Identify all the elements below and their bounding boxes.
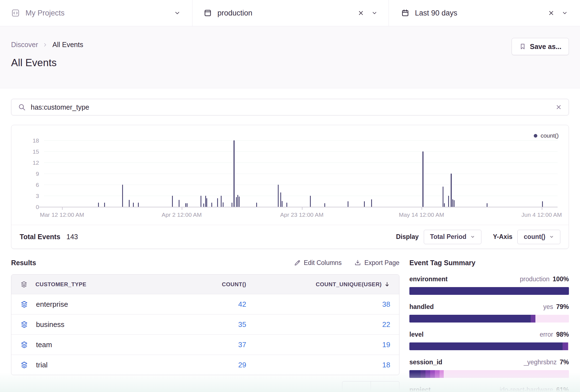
layers-icon [20, 341, 28, 349]
chart-bar [185, 203, 186, 207]
results-and-summary: Results Edit Columns Export Page [11, 258, 569, 392]
chart-bar [282, 201, 283, 207]
x-axis-tick-label: Jun 4 12:00 AM [522, 212, 562, 218]
customer-type-cell: enterprise [20, 300, 163, 309]
count-unique-user-link[interactable]: 22 [382, 320, 390, 329]
tag-bar-segment [440, 370, 443, 378]
tag-name: handled [409, 303, 434, 311]
count-link[interactable]: 35 [238, 320, 246, 329]
date-range-filter[interactable]: Last 90 days [389, 0, 580, 26]
chart-bar [324, 203, 325, 207]
breadcrumb-discover[interactable]: Discover [11, 41, 38, 49]
tag-distribution-bar[interactable] [409, 370, 569, 378]
tag-summary-item: levelerror98% [409, 331, 569, 350]
calendar-icon [401, 9, 409, 17]
table-row: team3719 [11, 334, 399, 355]
clear-search-icon[interactable] [555, 104, 562, 110]
customer-type-value: enterprise [36, 300, 68, 309]
sort-desc-arrow-icon [384, 281, 390, 288]
environment-filter[interactable]: production [193, 0, 389, 26]
tag-top-value: yes [543, 303, 553, 311]
edit-columns-button[interactable]: Edit Columns [294, 259, 342, 267]
tag-summary-labels: environmentproduction100% [409, 275, 569, 283]
display-dropdown[interactable]: Total Period [424, 230, 481, 244]
chart-bar [310, 196, 311, 207]
tag-top-value-group: error98% [540, 331, 569, 338]
tag-summary-item: handledyes79% [409, 303, 569, 323]
export-page-button[interactable]: Export Page [354, 259, 399, 267]
chart-bar [133, 203, 134, 207]
tag-summary-item: environmentproduction100% [409, 275, 569, 295]
y-axis-tick-label: 15 [33, 148, 39, 155]
tag-name: level [409, 331, 424, 338]
window-icon [204, 9, 212, 17]
chart-bar [122, 185, 123, 207]
tag-bar-segment [420, 370, 425, 378]
count-unique-user-link[interactable]: 18 [382, 361, 390, 369]
tag-distribution-bar[interactable] [409, 315, 569, 323]
chart-bar [223, 202, 224, 207]
export-page-label: Export Page [364, 259, 399, 267]
clear-date-range-icon[interactable] [548, 10, 555, 16]
customer-type-cell: trial [20, 361, 163, 369]
tag-distribution-bar[interactable] [409, 287, 569, 295]
chart-bar [286, 203, 287, 207]
chevron-down-icon[interactable] [371, 10, 378, 16]
chart-legend[interactable]: count() [534, 132, 559, 139]
previous-page-button[interactable] [342, 381, 371, 392]
chart-gridline [44, 151, 558, 152]
header-count[interactable]: COUNT() [222, 281, 246, 288]
count-unique-user-link[interactable]: 19 [382, 341, 390, 349]
environment-filter-label: production [217, 9, 252, 17]
tag-distribution-bar[interactable] [409, 342, 569, 350]
chevron-down-icon[interactable] [174, 10, 181, 16]
customer-type-value: business [36, 320, 65, 329]
count-link[interactable]: 42 [238, 300, 246, 309]
tag-top-value: ido-react-hardware [500, 386, 553, 392]
projects-icon [11, 9, 20, 17]
layers-icon [20, 281, 28, 288]
chevron-right-icon [42, 42, 48, 48]
clear-environment-icon[interactable] [358, 10, 364, 16]
tag-bar-segment [425, 370, 430, 378]
count-unique-user-link[interactable]: 38 [382, 300, 390, 309]
chart-bar [364, 201, 365, 207]
chart-plot: 0369121518Mar 12 12:00 AMApr 2 12:00 AMA… [44, 141, 558, 207]
count-link[interactable]: 29 [238, 361, 246, 369]
tag-top-value-group: _yeghrsbnz7% [524, 359, 569, 366]
chart-bar [443, 187, 443, 207]
y-axis-dropdown[interactable]: count() [517, 230, 560, 244]
bookmark-icon [519, 43, 526, 50]
chart-bar [217, 198, 218, 207]
chart-bar [448, 196, 449, 207]
tag-top-percentage: 79% [556, 303, 569, 311]
table-row: business3522 [11, 314, 399, 334]
chevron-down-icon [549, 234, 554, 239]
project-selector[interactable]: My Projects [0, 0, 192, 26]
chart-bar [236, 197, 237, 207]
tag-summary-list: environmentproduction100%handledyes79%le… [409, 275, 569, 392]
chevron-down-icon[interactable] [562, 10, 568, 16]
date-range-label: Last 90 days [415, 9, 457, 17]
header-count-unique-user[interactable]: COUNT_UNIQUE(USER) [316, 281, 390, 288]
chart-bar [221, 196, 222, 207]
count-link[interactable]: 37 [238, 341, 246, 349]
next-page-button[interactable] [371, 381, 399, 392]
save-as-button[interactable]: Save as... [512, 38, 569, 55]
tag-name: session_id [409, 359, 442, 366]
chart-bar [239, 197, 240, 207]
search-input[interactable] [31, 103, 550, 111]
results-section: Results Edit Columns Export Page [11, 258, 399, 392]
tag-top-value: production [520, 275, 550, 283]
display-dropdown-value: Total Period [430, 233, 466, 241]
page-header: Discover All Events Save as... All Event… [0, 26, 580, 88]
chart-bar [172, 196, 173, 207]
chart-bar [422, 151, 424, 207]
tag-bar-segment [563, 342, 568, 350]
header-customer-type[interactable]: CUSTOMER_TYPE [20, 281, 163, 288]
tag-summary-item: projectido-react-hardware61% [409, 386, 569, 392]
tag-summary-labels: handledyes79% [409, 303, 569, 311]
chart-bar [179, 200, 179, 207]
total-events-value: 143 [66, 233, 78, 241]
tag-bar-segment [430, 370, 435, 378]
